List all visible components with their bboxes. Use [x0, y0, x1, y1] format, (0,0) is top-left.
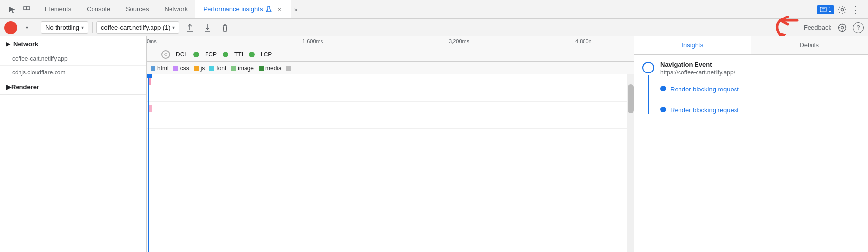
upload-icon: [186, 23, 194, 32]
flask-icon: [265, 6, 272, 13]
timeline-area: 0ms 1,600ms 3,200ms 4,800n C DCL FCP TTI: [147, 36, 634, 252]
js-color-swatch: [194, 66, 199, 71]
resource-js: js: [194, 65, 205, 72]
rb1-dot: [660, 86, 666, 91]
nav-event-info: Navigation Event https://coffee-cart.net…: [660, 61, 860, 114]
nav-event-section: Navigation Event https://coffee-cart.net…: [642, 61, 860, 114]
message-icon: [820, 6, 827, 13]
legend-lcp: LCP: [261, 51, 272, 58]
tab-details[interactable]: Details: [751, 36, 868, 54]
svg-rect-4: [820, 7, 826, 12]
legend-tti: TTI: [234, 51, 243, 58]
download-icon: [203, 23, 212, 32]
tab-performance-insights[interactable]: Performance insights ×: [195, 0, 291, 18]
close-tab-button[interactable]: ×: [275, 5, 283, 13]
profile-dropdown-arrow: ▾: [172, 25, 175, 30]
nav-event-title: Navigation Event: [660, 61, 860, 68]
scroll-thumb[interactable]: [628, 84, 634, 113]
timeline-scroll-area[interactable]: [147, 74, 634, 252]
css-color-swatch: [173, 66, 178, 71]
timeline-row-1: [147, 74, 627, 88]
tabs: Elements Console Sources Network Perform…: [37, 0, 813, 18]
settings-circle-icon: [838, 23, 847, 32]
svg-marker-0: [9, 7, 15, 13]
toolbar-separator-2: [92, 22, 93, 33]
resource-css: css: [173, 65, 189, 72]
legend-dot-fcp: [193, 52, 199, 57]
profile-dropdown[interactable]: coffee-cart.netlify.app (1) ▾: [96, 21, 179, 34]
nav-event-url: https://coffee-cart.netlify.app/: [660, 69, 860, 76]
resource-legend-bar: html css js font image: [147, 62, 634, 74]
resource-media: media: [259, 65, 282, 72]
nav-circle-icon: [642, 62, 654, 73]
circle-settings-icon[interactable]: [835, 21, 849, 35]
ruler-mark-1600ms: 1,600ms: [302, 38, 323, 44]
legend-dcl: DCL: [176, 51, 188, 58]
legend-dot-lcp: [249, 52, 255, 57]
resource-html: html: [151, 65, 169, 72]
timeline-row-2: [147, 102, 627, 115]
record-dropdown-arrow[interactable]: ▾: [21, 22, 33, 34]
right-panel-tabs: Insights Details: [634, 36, 868, 55]
tab-bar-right: 1 ⋮: [813, 4, 866, 16]
legend-bar: C DCL FCP TTI LCP: [147, 47, 634, 62]
image-color-swatch: [231, 66, 236, 71]
network-section-header[interactable]: ▶ Network: [0, 36, 146, 52]
media-color-swatch: [259, 66, 264, 71]
record-button[interactable]: [4, 21, 17, 34]
tab-network[interactable]: Network: [157, 0, 196, 18]
render-blocking-2-row: Render blocking request: [660, 105, 860, 114]
tab-sources[interactable]: Sources: [118, 0, 157, 18]
settings-icon[interactable]: [836, 4, 848, 16]
timeline-row-spacer1: [147, 88, 627, 102]
tab-insights[interactable]: Insights: [634, 36, 751, 54]
svg-point-7: [841, 8, 844, 11]
legend-fcp: FCP: [205, 51, 217, 58]
more-tabs-button[interactable]: »: [291, 0, 300, 18]
rb2-dot: [660, 107, 666, 112]
right-panel: Insights Details Navigation Event https:…: [634, 36, 868, 252]
render-blocking-link-2[interactable]: Render blocking request: [670, 107, 739, 114]
help-icon[interactable]: ?: [853, 22, 864, 33]
throttling-dropdown[interactable]: No throttling ▾: [41, 21, 88, 34]
feedback-link[interactable]: Feedback: [804, 24, 831, 31]
tab-elements[interactable]: Elements: [37, 0, 79, 18]
renderer-section-header[interactable]: ▶ Renderer: [0, 79, 146, 95]
timeline-row-renderer: [147, 115, 627, 129]
gear-icon: [838, 5, 847, 14]
svg-point-3: [267, 10, 268, 11]
table-row: cdnjs.cloudflare.com: [0, 66, 146, 79]
toolbar: ▾ No throttling ▾ coffee-cart.netlify.ap…: [0, 19, 868, 36]
timeline-ruler: 0ms 1,600ms 3,200ms 4,800n: [147, 36, 634, 47]
upload-button[interactable]: [183, 21, 197, 35]
trash-icon: [221, 23, 229, 32]
toolbar-right: Feedback ?: [771, 16, 864, 40]
c-circle-icon: C: [161, 50, 170, 59]
toolbar-separator-1: [37, 22, 37, 33]
nav-connector: [642, 61, 655, 114]
vertical-scrollbar[interactable]: [627, 74, 634, 252]
devtools-container: Elements Console Sources Network Perform…: [0, 0, 868, 252]
ruler-mark-0ms: 0ms: [147, 38, 157, 44]
legend-dot-tti: [223, 52, 228, 57]
download-button[interactable]: [201, 21, 214, 35]
left-sidebar: ▶ Network coffee-cart.netlify.app cdnjs.…: [0, 36, 147, 252]
tab-icon-group: [2, 0, 37, 18]
cursor-icon[interactable]: [6, 4, 18, 16]
other-color-swatch: [286, 66, 291, 71]
layers-icon[interactable]: [21, 4, 33, 16]
main-content: ▶ Network coffee-cart.netlify.app cdnjs.…: [0, 36, 868, 252]
throttling-dropdown-arrow: ▾: [81, 25, 84, 30]
renderer-triangle-icon: ▶: [6, 83, 11, 90]
red-arrow-icon: [771, 16, 800, 40]
message-badge[interactable]: 1: [817, 5, 834, 14]
svg-rect-2: [27, 7, 30, 10]
delete-button[interactable]: [218, 21, 232, 35]
resource-image: image: [231, 65, 254, 72]
more-options-icon[interactable]: ⋮: [850, 4, 862, 16]
network-triangle-icon: ▶: [6, 41, 10, 47]
render-blocking-link-1[interactable]: Render blocking request: [670, 86, 739, 93]
svg-point-11: [841, 26, 844, 29]
tab-console[interactable]: Console: [79, 0, 118, 18]
svg-rect-1: [24, 7, 27, 10]
